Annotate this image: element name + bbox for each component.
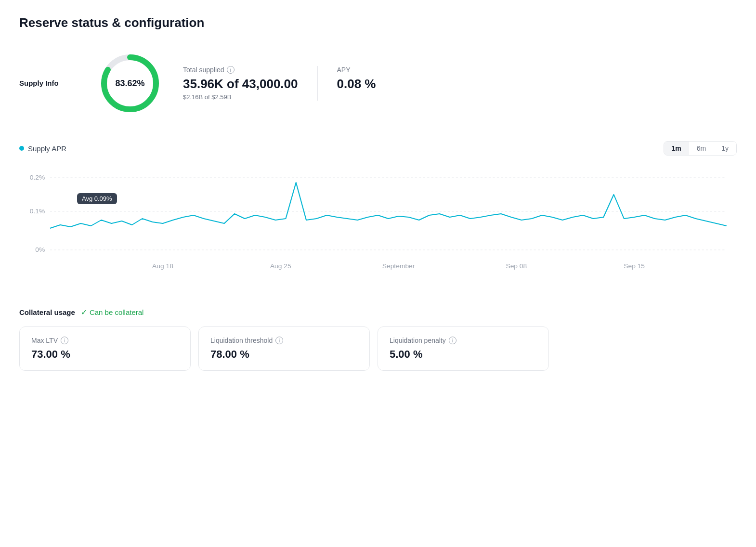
total-supplied-label: Total supplied <box>183 66 224 74</box>
chart-legend: Supply APR <box>19 144 66 153</box>
chart-svg: 0.2% 0.1% 0% Aug 18 Aug 25 September Sep… <box>19 163 737 279</box>
liquidation-threshold-card: Liquidation threshold i 78.00 % <box>198 326 370 371</box>
max-ltv-info-icon[interactable]: i <box>61 337 68 344</box>
svg-text:0%: 0% <box>35 246 45 253</box>
total-supplied-info-icon[interactable]: i <box>227 66 235 74</box>
metrics-grid: Max LTV i 73.00 % Liquidation threshold … <box>19 326 549 371</box>
max-ltv-card: Max LTV i 73.00 % <box>19 326 191 371</box>
liquidation-threshold-label: Liquidation threshold <box>210 337 273 344</box>
legend-dot <box>19 146 24 151</box>
svg-text:Aug 25: Aug 25 <box>270 262 291 270</box>
svg-text:0.1%: 0.1% <box>30 208 45 215</box>
svg-text:Sep 15: Sep 15 <box>624 262 645 270</box>
supply-info-section: Supply Info 83.62% Total supplied i 35.9… <box>19 50 737 117</box>
svg-text:0.2%: 0.2% <box>30 174 45 181</box>
time-btn-6m[interactable]: 6m <box>689 142 714 155</box>
collateral-section: Collateral usage ✓ Can be collateral Max… <box>19 308 737 371</box>
max-ltv-value: 73.00 % <box>31 348 179 361</box>
avg-badge: Avg 0.09% <box>77 193 117 204</box>
liquidation-penalty-value: 5.00 % <box>390 348 537 361</box>
donut-percentage: 83.62% <box>115 78 144 89</box>
liquidation-penalty-label: Liquidation penalty <box>390 337 446 344</box>
apy-label: APY <box>337 66 376 74</box>
liquidation-penalty-card: Liquidation penalty i 5.00 % <box>378 326 549 371</box>
time-btn-1y[interactable]: 1y <box>714 142 736 155</box>
legend-label: Supply APR <box>28 144 66 153</box>
collateral-badge-text: Can be collateral <box>90 308 144 316</box>
total-supplied-block: Total supplied i 35.96K of 43,000.00 $2.… <box>183 66 318 101</box>
collateral-badge: ✓ Can be collateral <box>81 308 144 317</box>
liquidation-threshold-value: 78.00 % <box>210 348 358 361</box>
total-supplied-value: 35.96K of 43,000.00 <box>183 77 298 91</box>
apy-value: 0.08 % <box>337 77 376 91</box>
liquidation-threshold-info-icon[interactable]: i <box>275 337 283 344</box>
svg-text:Aug 18: Aug 18 <box>152 262 173 270</box>
chart-header: Supply APR 1m 6m 1y <box>19 141 737 156</box>
supply-info-label: Supply Info <box>19 79 77 88</box>
page-title: Reserve status & configuration <box>19 15 737 30</box>
liquidation-penalty-info-icon[interactable]: i <box>449 337 456 344</box>
max-ltv-label: Max LTV <box>31 337 58 344</box>
check-icon: ✓ <box>81 308 87 317</box>
chart-section: Supply APR 1m 6m 1y Avg 0.09% 0.2% 0.1% … <box>19 141 737 279</box>
time-btn-1m[interactable]: 1m <box>664 142 689 155</box>
supply-donut-chart: 83.62% <box>96 50 164 117</box>
collateral-header: Collateral usage ✓ Can be collateral <box>19 308 737 317</box>
apy-block: APY 0.08 % <box>318 66 376 101</box>
supply-stats: Total supplied i 35.96K of 43,000.00 $2.… <box>183 66 376 101</box>
chart-wrapper: Avg 0.09% 0.2% 0.1% 0% Aug 18 Aug 25 Sep… <box>19 163 737 279</box>
collateral-section-label: Collateral usage <box>19 308 75 316</box>
time-period-selector: 1m 6m 1y <box>664 141 737 156</box>
svg-text:September: September <box>382 262 415 270</box>
svg-text:Sep 08: Sep 08 <box>506 262 527 270</box>
total-supplied-sub: $2.16B of $2.59B <box>183 93 298 101</box>
